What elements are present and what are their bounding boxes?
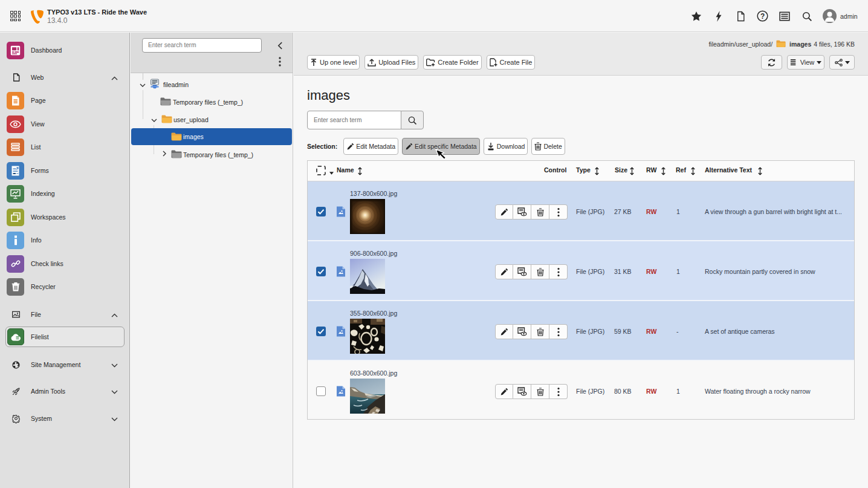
svg-text:?: ?	[760, 12, 764, 21]
